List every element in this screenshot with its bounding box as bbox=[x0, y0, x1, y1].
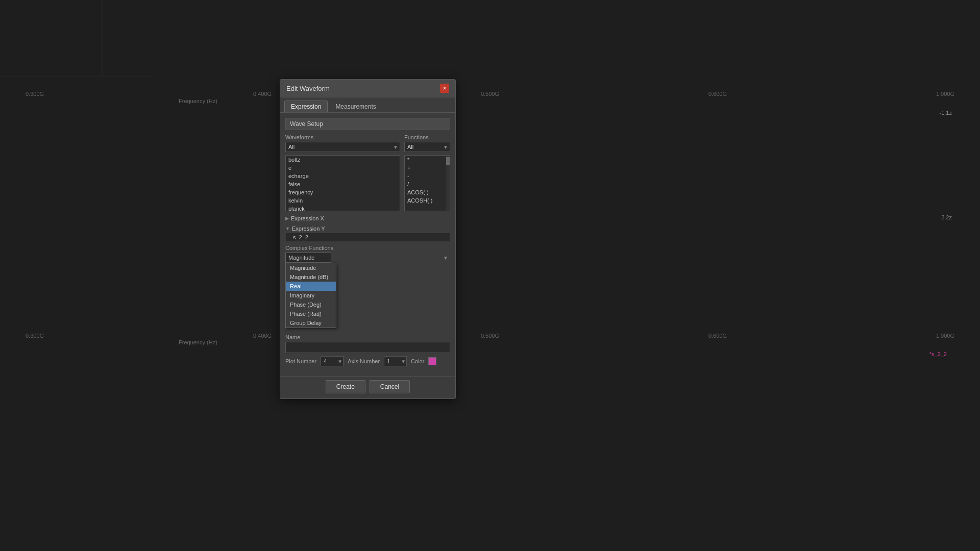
freq-label-b5: 1.000G bbox=[936, 333, 954, 339]
freq-axis-label-top: Frequency (Hz) bbox=[179, 98, 217, 104]
func-item-mult[interactable]: * bbox=[405, 156, 450, 164]
color-label: Color bbox=[411, 358, 424, 364]
wave-setup-header: Wave Setup bbox=[285, 118, 450, 130]
axis-number-wrapper: 1 ▼ bbox=[384, 356, 407, 366]
functions-col: Functions All ▼ bbox=[404, 134, 450, 152]
dialog-tabs: Expression Measurements bbox=[280, 97, 455, 113]
waveforms-dropdown-wrapper: All ▼ bbox=[285, 142, 400, 152]
freq-label-b3: 0.500G bbox=[481, 333, 499, 339]
name-section: Name bbox=[285, 334, 450, 353]
dialog-title: Edit Waveform bbox=[286, 85, 330, 92]
complex-dropdown-arrow: ▼ bbox=[443, 255, 448, 261]
scrollbar-thumb[interactable] bbox=[446, 157, 450, 165]
freq-label-1: 0.300G bbox=[26, 91, 44, 97]
functions-dropdown[interactable]: All bbox=[404, 142, 450, 152]
plot-number-wrapper: 4 ▼ bbox=[321, 356, 344, 366]
waveforms-functions-row: Waveforms All ▼ Functions All ▼ bbox=[285, 134, 450, 152]
func-item-acosh[interactable]: ACOSH( ) bbox=[405, 196, 450, 205]
tab-measurements[interactable]: Measurements bbox=[329, 101, 382, 112]
option-imaginary[interactable]: Imaginary bbox=[286, 291, 336, 300]
name-label: Name bbox=[285, 334, 450, 340]
list-boxes-row: boltz e echarge false frequency kelvin p… bbox=[285, 155, 450, 211]
expression-y-content: s_2_2 bbox=[285, 233, 450, 242]
complex-functions-label: Complex Functions bbox=[285, 245, 450, 251]
plot-number-dropdown[interactable]: 4 bbox=[321, 356, 344, 366]
functions-list-container: * + - / ACOS( ) ACOSH( ) bbox=[404, 155, 450, 211]
plot-number-label: Plot Number bbox=[285, 358, 316, 364]
complex-dropdown-container: Magnitude ▼ Magnitude Magnitude (dB) Rea… bbox=[285, 253, 450, 263]
scrollbar-track bbox=[446, 156, 450, 211]
func-item-div[interactable]: / bbox=[405, 180, 450, 188]
edit-waveform-dialog: Edit Waveform × Expression Measurements … bbox=[280, 79, 456, 399]
list-item-echarge[interactable]: echarge bbox=[286, 172, 400, 180]
complex-dropdown-display[interactable]: Magnitude bbox=[285, 253, 331, 263]
waveforms-label: Waveforms bbox=[285, 134, 400, 140]
func-item-minus[interactable]: - bbox=[405, 172, 450, 180]
dialog-content: Wave Setup Waveforms All ▼ Functions All bbox=[280, 113, 455, 377]
option-phase-deg[interactable]: Phase (Deg) bbox=[286, 300, 336, 309]
option-group-delay[interactable]: Group Delay bbox=[286, 318, 336, 328]
waveforms-list[interactable]: boltz e echarge false frequency kelvin p… bbox=[285, 155, 400, 211]
option-magnitude[interactable]: Magnitude bbox=[286, 263, 336, 272]
freq-axis-top: 0.300G 0.400G 0.500G 0.600G 1.000G bbox=[26, 91, 954, 97]
expression-y-label: Expression Y bbox=[292, 226, 325, 232]
complex-functions-section: Complex Functions Magnitude ▼ Magnitude … bbox=[285, 245, 450, 263]
func-item-acos[interactable]: ACOS( ) bbox=[405, 188, 450, 196]
func-item-plus[interactable]: + bbox=[405, 164, 450, 172]
chart-background bbox=[0, 0, 980, 551]
freq-label-4: 0.600G bbox=[708, 91, 727, 97]
y-label-bottom-right: -2.2z bbox=[940, 214, 952, 220]
option-phase-rad[interactable]: Phase (Rad) bbox=[286, 309, 336, 318]
list-item-planck[interactable]: planck bbox=[286, 205, 400, 211]
waveforms-list-container: boltz e echarge false frequency kelvin p… bbox=[285, 155, 400, 211]
color-swatch[interactable] bbox=[428, 357, 436, 365]
list-item-boltz[interactable]: boltz bbox=[286, 156, 400, 164]
cancel-button[interactable]: Cancel bbox=[370, 380, 410, 393]
freq-label-2: 0.400G bbox=[253, 91, 272, 97]
axis-number-label: Axis Number bbox=[348, 358, 380, 364]
freq-label-b2: 0.400G bbox=[253, 333, 272, 339]
expression-y-header[interactable]: ▼ Expression Y bbox=[285, 224, 450, 233]
grid-svg bbox=[0, 0, 153, 77]
bottom-settings-row: Plot Number 4 ▼ Axis Number 1 ▼ Color bbox=[285, 356, 450, 366]
close-button[interactable]: × bbox=[440, 84, 449, 93]
waveforms-col: Waveforms All ▼ bbox=[285, 134, 400, 152]
freq-label-b4: 0.600G bbox=[708, 333, 727, 339]
complex-dropdown-menu: Magnitude Magnitude (dB) Real Imaginary … bbox=[285, 263, 336, 328]
expression-x-header[interactable]: ▶ Expression X bbox=[285, 214, 450, 222]
expression-x-label: Expression X bbox=[291, 215, 324, 221]
option-magnitude-db[interactable]: Magnitude (dB) bbox=[286, 272, 336, 282]
waveform-label: *s_2_2 bbox=[929, 351, 947, 357]
freq-label-b1: 0.300G bbox=[26, 333, 44, 339]
y-label-top-right: -1.1z bbox=[940, 110, 952, 116]
functions-dropdown-wrapper: All ▼ bbox=[404, 142, 450, 152]
freq-label-5: 1.000G bbox=[936, 91, 954, 97]
expr-x-triangle: ▶ bbox=[285, 216, 289, 221]
freq-axis-label-bottom: Frequency (Hz) bbox=[179, 339, 217, 345]
tab-expression[interactable]: Expression bbox=[284, 101, 328, 112]
dialog-titlebar: Edit Waveform × bbox=[280, 80, 455, 97]
waveforms-dropdown[interactable]: All bbox=[285, 142, 400, 152]
complex-dropdown-trigger[interactable]: Magnitude ▼ bbox=[285, 253, 450, 263]
list-item-e[interactable]: e bbox=[286, 164, 400, 172]
list-item-false[interactable]: false bbox=[286, 180, 400, 188]
dialog-footer: Create Cancel bbox=[280, 377, 455, 398]
list-item-kelvin[interactable]: kelvin bbox=[286, 196, 400, 205]
create-button[interactable]: Create bbox=[326, 380, 365, 393]
expression-x-section: ▶ Expression X bbox=[285, 214, 450, 222]
freq-label-3: 0.500G bbox=[481, 91, 499, 97]
expr-y-triangle: ▼ bbox=[285, 226, 290, 231]
name-input[interactable] bbox=[285, 342, 450, 353]
functions-label: Functions bbox=[404, 134, 450, 140]
expression-y-section: ▼ Expression Y s_2_2 bbox=[285, 224, 450, 242]
functions-list[interactable]: * + - / ACOS( ) ACOSH( ) bbox=[404, 155, 450, 211]
option-real[interactable]: Real bbox=[286, 282, 336, 291]
list-item-frequency[interactable]: frequency bbox=[286, 188, 400, 196]
freq-axis-bottom: 0.300G 0.400G 0.500G 0.600G 1.000G bbox=[26, 333, 954, 339]
axis-number-dropdown[interactable]: 1 bbox=[384, 356, 407, 366]
